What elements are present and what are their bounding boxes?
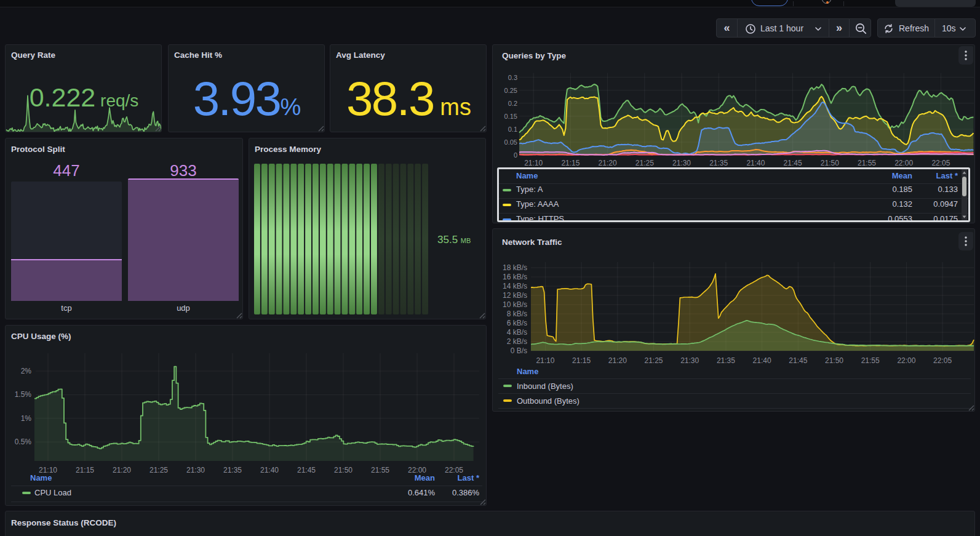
svg-text:21:20: 21:20 [113,466,131,474]
svg-text:8 kB/s: 8 kB/s [507,310,527,318]
svg-text:4 kB/s: 4 kB/s [507,328,527,337]
svg-text:12 kB/s: 12 kB/s [503,291,527,300]
svg-text:16 kB/s: 16 kB/s [503,273,527,281]
svg-text:21:35: 21:35 [709,159,728,167]
svg-text:21:45: 21:45 [784,159,802,167]
svg-text:21:15: 21:15 [76,466,94,474]
svg-text:21:40: 21:40 [753,356,771,365]
svg-text:21:35: 21:35 [717,356,735,365]
svg-text:21:30: 21:30 [186,466,205,474]
svg-text:21:15: 21:15 [561,159,580,167]
svg-text:0.5%: 0.5% [15,438,32,446]
svg-text:6 kB/s: 6 kB/s [507,319,527,327]
svg-text:21:50: 21:50 [825,356,843,365]
svg-text:21:45: 21:45 [297,466,316,474]
svg-text:22:00: 22:00 [894,159,913,167]
svg-text:21:55: 21:55 [371,466,389,474]
svg-text:21:25: 21:25 [644,356,663,365]
svg-text:1%: 1% [21,414,32,423]
svg-text:22:05: 22:05 [933,356,952,365]
svg-text:21:50: 21:50 [821,159,839,167]
svg-text:21:20: 21:20 [608,356,627,365]
svg-text:0.25: 0.25 [504,87,517,94]
svg-text:0.05: 0.05 [504,138,517,146]
svg-text:21:55: 21:55 [858,159,876,167]
svg-text:21:25: 21:25 [149,466,168,474]
svg-text:21:40: 21:40 [746,159,765,167]
svg-text:21:25: 21:25 [635,159,654,167]
svg-text:10 kB/s: 10 kB/s [503,300,527,309]
svg-text:0 B/s: 0 B/s [511,346,527,355]
svg-text:21:50: 21:50 [334,466,353,474]
svg-text:21:30: 21:30 [672,159,691,167]
svg-text:18 kB/s: 18 kB/s [503,263,527,272]
svg-text:2 kB/s: 2 kB/s [507,337,527,346]
svg-text:21:55: 21:55 [861,356,880,365]
svg-text:0.1: 0.1 [508,126,517,133]
svg-text:21:10: 21:10 [524,159,543,167]
svg-text:0: 0 [514,151,517,159]
svg-text:21:15: 21:15 [572,356,591,365]
svg-text:21:45: 21:45 [789,356,807,365]
svg-text:0.2: 0.2 [508,100,517,107]
svg-text:21:30: 21:30 [680,356,699,365]
svg-text:22:05: 22:05 [931,159,950,167]
svg-text:21:40: 21:40 [260,466,279,474]
svg-text:14 kB/s: 14 kB/s [503,282,527,290]
svg-text:21:35: 21:35 [223,466,242,474]
svg-text:21:10: 21:10 [536,356,554,365]
svg-text:1.5%: 1.5% [15,390,32,399]
svg-text:0.3: 0.3 [508,74,517,81]
svg-text:22:00: 22:00 [897,356,915,365]
svg-text:0.15: 0.15 [504,113,517,120]
svg-text:21:20: 21:20 [599,159,617,167]
svg-text:2%: 2% [21,367,32,375]
